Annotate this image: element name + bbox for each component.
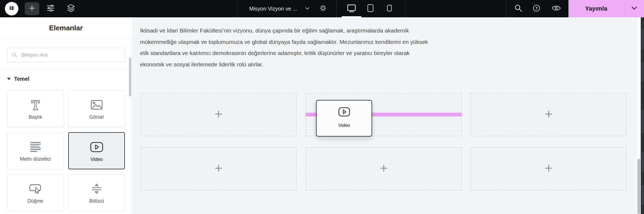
desktop-icon [347, 4, 356, 14]
plus-icon [545, 164, 553, 173]
window-edge-chip [641, 62, 644, 82]
widget-label: Görsel [89, 114, 104, 120]
widget-card-heading[interactable]: Başlık [7, 90, 64, 127]
publish-button-label: Yayımla [585, 5, 607, 12]
plus-icon [214, 164, 223, 173]
tablet-icon [367, 4, 374, 13]
chevron-down-icon [631, 6, 637, 11]
publish-options-button[interactable] [624, 0, 644, 17]
search-icon [12, 52, 18, 58]
topbar-separator [336, 0, 337, 17]
video-icon [338, 107, 350, 118]
help-button[interactable]: ? [532, 5, 541, 13]
site-settings-icon [46, 4, 55, 14]
page-settings-button[interactable] [319, 5, 327, 12]
elementor-menu-button[interactable] [5, 2, 18, 15]
topbar-separator [237, 0, 238, 17]
add-element-button[interactable] [25, 2, 39, 15]
button-icon [29, 182, 42, 196]
publish-button[interactable]: Yayımla [568, 0, 624, 17]
window-edge-chip [641, 109, 644, 133]
paragraph-line: mükemmelliğe ulaşmak ve toplumumuza ve g… [140, 36, 428, 48]
search-icon [514, 4, 523, 14]
drop-zone[interactable] [470, 93, 627, 136]
divider-icon [90, 182, 103, 196]
layers-icon [66, 4, 76, 14]
window-edge-chip [641, 185, 644, 205]
elementor-logo [8, 4, 16, 13]
document-switcher-button[interactable] [305, 7, 310, 11]
widget-search-box[interactable] [7, 48, 125, 62]
finder-search-button[interactable] [514, 4, 523, 13]
panel-scrollbar-thumb[interactable] [129, 58, 131, 96]
vision-paragraph[interactable]: İktisadi ve İdari Bilimler Fakültesi’nin… [140, 25, 428, 70]
widget-card-video[interactable]: Video [68, 132, 125, 169]
topbar-separator [506, 0, 506, 17]
dragged-widget-label: Video [338, 123, 350, 128]
widget-card-button[interactable]: Düğme [7, 174, 64, 211]
structure-button[interactable] [66, 4, 76, 13]
image-icon [90, 98, 103, 112]
help-icon: ? [532, 4, 541, 13]
plus-icon [214, 110, 223, 119]
caret-down-icon [7, 78, 11, 80]
section-title: Temel [14, 76, 29, 82]
device-tablet-button[interactable] [367, 5, 374, 13]
device-desktop-button[interactable] [347, 4, 356, 13]
add-element-icon [28, 5, 35, 13]
window-edge-chip [641, 152, 644, 172]
drop-zone[interactable] [470, 147, 627, 190]
drop-zone[interactable] [140, 93, 297, 136]
video-icon [90, 140, 103, 154]
widget-search-input[interactable] [21, 52, 125, 58]
chevron-down-icon [305, 6, 310, 11]
drop-zone[interactable] [140, 147, 297, 190]
widget-card-text-editor[interactable]: Metin düzeltici [7, 132, 64, 169]
window-edge-chip [641, 28, 644, 50]
elementor-editor: Misyon Vizyon ve ... [0, 0, 644, 214]
plus-icon [545, 110, 553, 119]
widget-label: Başlık [29, 114, 42, 120]
heading-icon [29, 98, 42, 112]
mobile-icon [387, 5, 392, 13]
widget-card-divider[interactable]: Bölücü [68, 174, 125, 211]
widget-card-image[interactable]: Görsel [68, 90, 125, 127]
widget-label: Düğme [27, 198, 43, 204]
eye-icon [551, 4, 561, 13]
gear-icon [319, 4, 327, 13]
paragraph-line: etik standartlara ve katılımcı demokrasi… [140, 47, 428, 59]
text-editor-icon [29, 140, 42, 154]
dragged-video-widget[interactable]: Video [316, 100, 372, 137]
top-bar: Misyon Vizyon ve ... [0, 0, 644, 17]
widget-label: Bölücü [89, 198, 104, 204]
paragraph-line: ekonomik ve sosyal ilerlemede liderlik r… [140, 59, 428, 70]
canvas-scrollbar-thumb[interactable] [638, 159, 640, 214]
section-toggle-temel[interactable]: Temel [7, 75, 121, 83]
panel-title: Elemanlar [49, 24, 83, 32]
svg-text:?: ? [535, 6, 538, 10]
drop-zone[interactable] [305, 147, 462, 190]
widget-label: Metin düzeltici [20, 156, 51, 162]
device-mobile-button[interactable] [387, 5, 392, 12]
panel-header: Elemanlar [0, 17, 132, 39]
site-settings-button[interactable] [46, 4, 55, 13]
plus-icon [380, 164, 388, 173]
widget-label: Video [90, 157, 103, 162]
document-title[interactable]: Misyon Vizyon ve ... [249, 0, 297, 17]
topbar-separator [405, 0, 405, 17]
paragraph-line: İktisadi ve İdari Bilimler Fakültesi’nin… [140, 25, 428, 36]
panel-divider [0, 69, 132, 69]
preview-button[interactable] [551, 5, 561, 13]
